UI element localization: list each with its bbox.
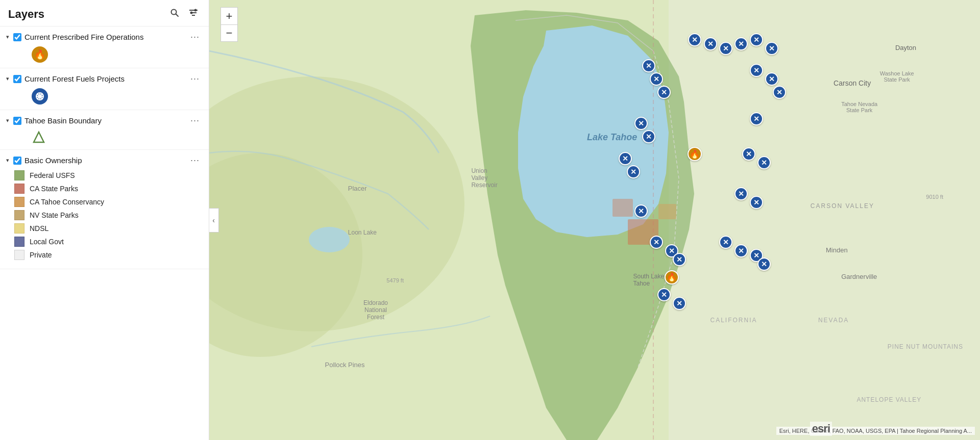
marker-5[interactable]: ✕ <box>750 33 763 46</box>
legend-label-private: Private <box>30 251 52 259</box>
layer-more-tahoe-boundary[interactable]: ··· <box>187 114 203 127</box>
legend-swatch-federal-usfs <box>14 170 24 180</box>
marker-6[interactable]: ✕ <box>765 42 778 55</box>
marker-17[interactable]: ✕ <box>627 165 640 178</box>
marker-22[interactable]: ✕ <box>750 196 763 209</box>
svg-line-1 <box>176 14 179 17</box>
layer-icon-row-fuels <box>6 85 203 107</box>
marker-8[interactable]: ✕ <box>650 72 663 86</box>
fire-ops-icon: 🔥 <box>32 46 48 63</box>
marker-3[interactable]: ✕ <box>719 42 732 55</box>
marker-27[interactable]: ✕ <box>734 244 748 257</box>
marker-14[interactable]: ✕ <box>642 130 655 143</box>
layer-label-basic-ownership: Basic Ownership <box>24 156 82 165</box>
legend-entry-local-govt: Local Govt <box>14 235 199 248</box>
fire-marker-2[interactable]: 🔥 <box>665 270 679 284</box>
marker-30[interactable]: ✕ <box>673 297 686 310</box>
legend-entry-nv-state-parks: NV State Parks <box>14 209 199 222</box>
marker-1[interactable]: ✕ <box>688 33 701 46</box>
marker-12[interactable]: ✕ <box>773 86 786 99</box>
marker-18[interactable]: ✕ <box>742 147 755 161</box>
layer-more-basic-ownership[interactable]: ··· <box>187 154 203 167</box>
marker-25[interactable]: ✕ <box>673 253 686 266</box>
legend-entry-federal-usfs: Federal USFS <box>14 169 199 182</box>
svg-point-17 <box>309 227 350 252</box>
marker-4[interactable]: ✕ <box>734 37 748 50</box>
marker-13[interactable]: ✕ <box>634 117 648 130</box>
map-attribution: Esri, HERE, Garmin, FAO, NOAA, USGS, EPA… <box>776 427 975 435</box>
filter-icon <box>188 8 199 17</box>
layer-more-fire-ops[interactable]: ··· <box>187 31 203 43</box>
map-background <box>209 0 980 440</box>
marker-7[interactable]: ✕ <box>642 59 655 72</box>
layer-icon-row-fire-ops: 🔥 <box>6 43 203 65</box>
legend-entry-private: Private <box>14 248 199 262</box>
sidebar-title: Layers <box>8 8 44 21</box>
svg-rect-20 <box>612 199 633 217</box>
layer-forest-fuels: ▾ Current Forest Fuels Projects ··· <box>0 68 209 110</box>
legend-label-nv-state-parks: NV State Parks <box>30 211 79 219</box>
zoom-in-button[interactable]: + <box>220 7 238 24</box>
marker-23[interactable]: ✕ <box>650 236 663 249</box>
layer-fire-ops: ▾ Current Prescribed Fire Operations ···… <box>0 27 209 68</box>
zoom-controls: + − <box>220 7 238 42</box>
layer-checkbox-forest-fuels[interactable] <box>13 75 21 83</box>
ownership-legend: Federal USFS CA State Parks CA Tahoe Con… <box>6 167 203 266</box>
marker-19[interactable]: ✕ <box>757 156 771 169</box>
marker-15[interactable]: ✕ <box>750 112 763 125</box>
fire-marker-1[interactable]: 🔥 <box>688 147 702 161</box>
legend-swatch-ca-tahoe-conservancy <box>14 197 24 207</box>
layer-checkbox-basic-ownership[interactable] <box>13 157 21 165</box>
collapse-sidebar-button[interactable]: ‹ <box>209 208 219 232</box>
sidebar: Layers ▾ <box>0 0 209 440</box>
legend-label-ndsl: NDSL <box>30 224 48 232</box>
legend-entry-ca-state-parks: CA State Parks <box>14 182 199 195</box>
marker-2[interactable]: ✕ <box>704 37 717 50</box>
marker-20[interactable]: ✕ <box>634 204 648 218</box>
marker-21[interactable]: ✕ <box>734 187 748 200</box>
layer-arrow-fire-ops[interactable]: ▾ <box>6 34 9 40</box>
marker-10[interactable]: ✕ <box>750 64 763 77</box>
legend-swatch-private <box>14 250 24 260</box>
layer-more-forest-fuels[interactable]: ··· <box>187 72 203 85</box>
marker-16[interactable]: ✕ <box>619 152 632 165</box>
legend-swatch-local-govt <box>14 237 24 247</box>
sidebar-header: Layers <box>0 0 209 27</box>
layer-label-forest-fuels: Current Forest Fuels Projects <box>24 74 125 83</box>
marker-29[interactable]: ✕ <box>657 288 671 301</box>
filter-button[interactable] <box>186 7 201 21</box>
svg-marker-12 <box>34 132 44 142</box>
layer-tahoe-boundary: ▾ Tahoe Basin Boundary ··· <box>0 110 209 150</box>
esri-logo: esri <box>810 422 832 436</box>
legend-entry-ca-tahoe-conservancy: CA Tahoe Conservancy <box>14 195 199 209</box>
marker-31[interactable]: ✕ <box>757 257 771 271</box>
svg-point-5 <box>194 9 197 12</box>
legend-swatch-ndsl <box>14 223 24 234</box>
svg-point-6 <box>190 12 193 14</box>
layer-basic-ownership: ▾ Basic Ownership ··· Federal USFS CA St… <box>0 150 209 269</box>
marker-26[interactable]: ✕ <box>719 236 732 249</box>
marker-11[interactable]: ✕ <box>765 72 778 86</box>
layer-icon-row-boundary <box>6 127 203 146</box>
svg-rect-16 <box>669 0 980 440</box>
layer-label-fire-ops: Current Prescribed Fire Operations <box>24 33 143 41</box>
search-icon <box>170 8 179 17</box>
layer-checkbox-tahoe-boundary[interactable] <box>13 117 21 125</box>
layer-arrow-forest-fuels[interactable]: ▾ <box>6 75 9 82</box>
layer-checkbox-fire-ops[interactable] <box>13 33 21 41</box>
legend-label-ca-tahoe-conservancy: CA Tahoe Conservancy <box>30 198 104 206</box>
sidebar-header-actions <box>168 7 201 21</box>
legend-label-local-govt: Local Govt <box>30 238 64 246</box>
layer-label-tahoe-boundary: Tahoe Basin Boundary <box>24 116 102 125</box>
marker-9[interactable]: ✕ <box>657 86 671 99</box>
legend-swatch-nv-state-parks <box>14 210 24 220</box>
forest-fuels-icon <box>32 88 48 105</box>
legend-label-federal-usfs: Federal USFS <box>30 171 75 179</box>
map-container[interactable]: Lake Tahoe Carson City Dayton Placer Loo… <box>209 0 980 440</box>
layer-arrow-tahoe-boundary[interactable]: ▾ <box>6 117 9 124</box>
layer-arrow-basic-ownership[interactable]: ▾ <box>6 157 9 164</box>
search-button[interactable] <box>168 7 181 21</box>
boundary-icon <box>32 130 46 144</box>
zoom-out-button[interactable]: − <box>220 24 238 42</box>
legend-label-ca-state-parks: CA State Parks <box>30 185 78 193</box>
